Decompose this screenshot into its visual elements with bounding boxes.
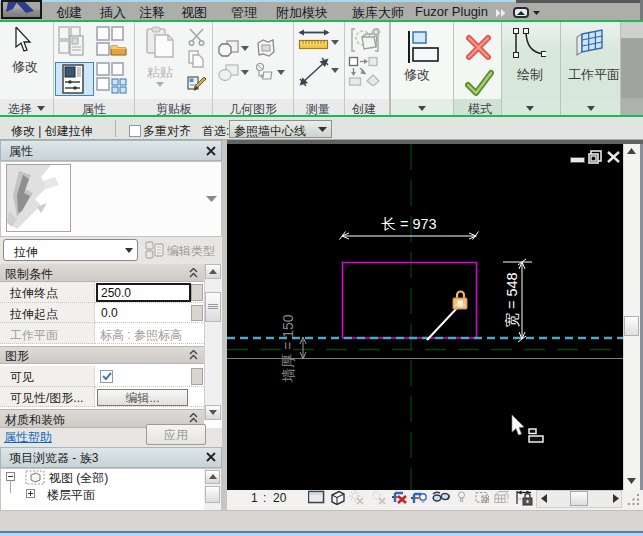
svg-text:长 = 973: 长 = 973: [381, 216, 436, 232]
svg-text:宽 = 548: 宽 = 548: [504, 272, 520, 327]
svg-text:墙厚 = 150: 墙厚 = 150: [280, 314, 296, 383]
